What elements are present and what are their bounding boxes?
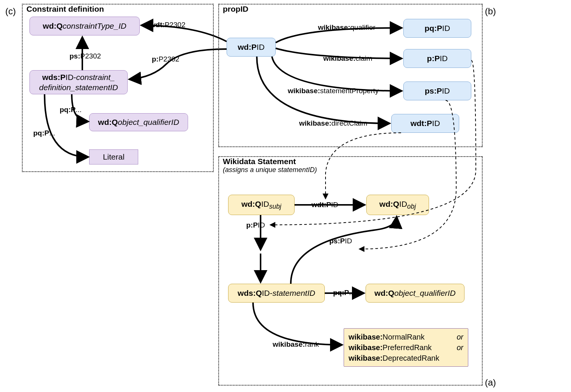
edge-wdtP2302: wdt:P2302 xyxy=(149,21,186,29)
node-psPID: ps:PID xyxy=(403,81,471,100)
node-wdQ-obj: wd:QIDobj xyxy=(366,195,429,215)
node-wdQ-constraintType: wd:QconstraintType_ID xyxy=(29,17,140,35)
node-pPID: p:PID xyxy=(403,49,471,68)
edge-pPID-stmt: p:PID xyxy=(245,221,266,229)
side-label-b: (b) xyxy=(485,6,496,17)
edge-wb-rank: wikibase:rank xyxy=(272,340,320,349)
edge-wb-qualifier: wikibase:qualifier xyxy=(317,23,376,32)
panel-title-constraint: Constraint definition xyxy=(25,5,105,14)
side-label-c: (c) xyxy=(5,6,16,17)
panel-subtitle-statement: (assigns a unique statementID) xyxy=(221,166,318,174)
edge-pP2302: p:P2302 xyxy=(151,55,180,63)
panel-title-propid: propID xyxy=(221,5,250,14)
edge-wb-stmtprop: wikibase:statementProperty xyxy=(287,87,380,95)
node-wdtPID: wdt:PID xyxy=(391,114,459,133)
node-wdsQID-statementID: wds:QID-statementID xyxy=(228,284,325,303)
panel-title-statement: Wikidata Statement xyxy=(221,157,298,166)
edge-wb-directclaim: wikibase:directClaim xyxy=(298,119,368,128)
node-pqPID: pq:PID xyxy=(403,19,471,38)
edge-wb-claim: wikibase:claim xyxy=(323,54,373,63)
node-wdQ-object-qualifier2: wd:Qobject_qualifierID xyxy=(366,284,465,303)
edge-pqP-1: pq:P... xyxy=(59,106,82,114)
edge-pqP-stmt: pq:P... xyxy=(332,289,356,297)
node-wdQ-object-qualifier: wd:Qobject_qualifierID xyxy=(89,113,188,131)
node-wdPID: wd:PID xyxy=(227,38,276,57)
node-wdsPID-constraintdef: wds:PID-constraint_ definition_statement… xyxy=(29,70,128,94)
node-wdQ-subj: wd:QIDsubj xyxy=(228,195,295,215)
node-literal: Literal xyxy=(89,149,138,164)
edge-wdtPID-stmt: wdt:PID xyxy=(311,201,339,209)
edge-psP2302: ps:P2302 xyxy=(69,52,102,60)
edge-pqP-2: pq:P... xyxy=(32,129,56,137)
side-label-a: (a) xyxy=(485,377,496,388)
node-rank-box: wikibase:NormalRankor wikibase:Preferred… xyxy=(344,328,468,367)
edge-psPID-stmt: ps:PID xyxy=(329,237,353,245)
